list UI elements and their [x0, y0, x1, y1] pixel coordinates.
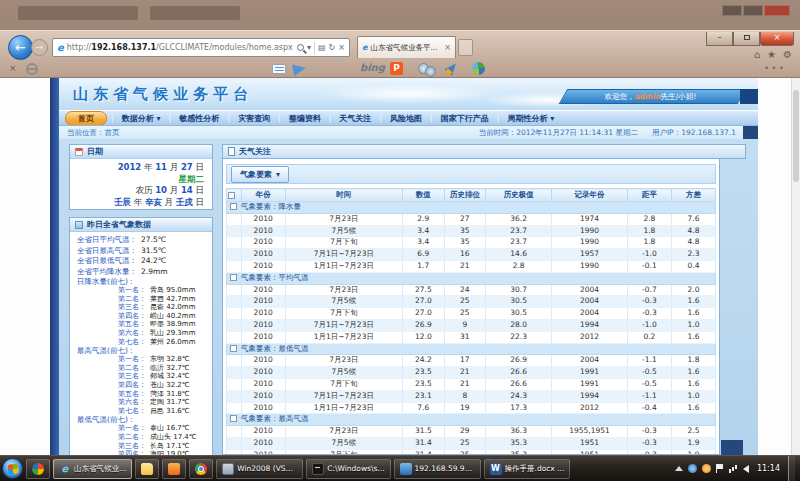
nav-item-7[interactable]: 国家下行产品 [433, 113, 497, 124]
browser-tab[interactable]: e 山东省气候业务平... × [357, 36, 456, 58]
rank-value: 昌邑 31.6℃ [150, 407, 190, 415]
taskbar-item-5[interactable]: Win2008 (VS2... [216, 459, 303, 479]
taskbar-clock[interactable]: 11:14 [754, 464, 783, 473]
table-cell: 2010 [241, 378, 285, 390]
group-checkbox[interactable] [230, 345, 237, 352]
forward-button[interactable]: → [31, 39, 48, 56]
nav-item-6[interactable]: 风险地图 [382, 113, 430, 124]
taskbar-item-7[interactable]: 192.168.59.99... [394, 459, 481, 479]
table-cell: 2010 [241, 426, 285, 438]
table-row: 20107月1日~7月23日26.9928.01994-1.01.0 [227, 319, 716, 331]
maximize-button[interactable] [733, 32, 760, 46]
session-info: 当前时间：2012年11月27日 11:14:31 星期二 用户IP：192.1… [479, 128, 736, 138]
stats-panel-header: 昨日全省气象数据 [70, 218, 212, 232]
taskbar-item-6[interactable]: C:\Windows\s... [306, 459, 390, 479]
rank-value: 乳山 29.3mm [150, 329, 195, 337]
rank-value: 泰山 16.7℃ [150, 424, 190, 432]
select-all-header [227, 189, 242, 202]
close-button[interactable]: × [760, 32, 794, 46]
corner-decoration [743, 126, 758, 139]
start-button[interactable] [2, 458, 23, 479]
action-center-flag-icon[interactable] [716, 464, 724, 473]
idcard-icon[interactable] [272, 64, 286, 74]
volume-icon[interactable] [743, 465, 749, 473]
send-mail-icon[interactable] [292, 62, 307, 76]
show-desktop-button[interactable] [788, 456, 795, 482]
table-row: 20107月下旬3.43523.719901.84.8 [227, 237, 716, 249]
rank-row: 第二名：莱西 42.7mm [72, 295, 210, 304]
nav-item-4[interactable]: 整编资料 [281, 113, 329, 124]
p-badge-icon[interactable]: P [390, 62, 403, 75]
column-header: 历史极值 [486, 189, 552, 202]
table-row: 20107月下旬27.02530.52004-0.31.6 [227, 308, 716, 320]
row-gutter [227, 225, 242, 237]
rocket-icon[interactable] [444, 60, 459, 76]
bing-logo[interactable]: bing [360, 62, 385, 73]
nav-item-3[interactable]: 灾害查询 [230, 113, 278, 124]
nav-item-8[interactable]: 周期性分析 ▾ [499, 113, 562, 124]
taskbar-item-4[interactable] [189, 459, 213, 479]
breadcrumb[interactable]: 当前位置：首页 [67, 128, 120, 138]
taskbar-item-3[interactable] [162, 459, 186, 479]
browser-toolbar-row: × bing P ••• [0, 59, 800, 79]
table-row: 20107月23日31.52936.31955,1951-0.32.5 [227, 426, 716, 438]
row-gutter [227, 249, 242, 261]
coins-icon[interactable] [418, 63, 429, 74]
pinwheel-icon[interactable] [472, 62, 485, 75]
select-all-checkbox[interactable] [228, 192, 235, 199]
table-cell: 2004 [552, 355, 628, 367]
table-group-row: 气象要素：最低气温 [227, 343, 716, 355]
rank-label: 第六名： [118, 329, 146, 337]
column-header: 历史排位 [444, 189, 486, 202]
network-icon[interactable] [729, 464, 738, 473]
toolbar-close-icon[interactable]: × [9, 63, 17, 73]
table-header-row: 年份时间数值历史排位历史极值记录年份距平方差 [227, 189, 716, 202]
taskbar-item-8[interactable]: W操作手册.docx ... [484, 459, 571, 479]
new-tab-button[interactable] [458, 39, 473, 56]
nav-item-5[interactable]: 天气关注 [331, 113, 379, 124]
scrollbar-thumb[interactable] [793, 90, 799, 182]
address-bar[interactable]: e http://192.168.137.1/GLCCLIMATE/module… [52, 38, 350, 57]
compatibility-icon[interactable]: ▤ [318, 43, 326, 52]
taskbar-item-2[interactable] [135, 459, 159, 479]
row-gutter [227, 319, 242, 331]
back-button[interactable]: ← [8, 35, 33, 60]
rank-row: 第一名：东明 32.8℃ [72, 355, 210, 364]
group-checkbox[interactable] [230, 415, 237, 422]
taskbar-item-1[interactable]: e山东省气候业... [53, 459, 132, 479]
username: admin [635, 92, 661, 101]
stats-panel-body: 全省日平均气温：27.5℃全省日最高气温：31.5℃全省日最低气温：24.2℃全… [70, 232, 212, 455]
table-cell: 26.6 [486, 367, 552, 379]
tray-app-icon[interactable] [688, 464, 697, 473]
table-cell: 2010 [241, 237, 285, 249]
table-cell: -0.3 [627, 308, 671, 320]
refresh-icon[interactable]: ↻ [329, 43, 336, 52]
table-cell: 1.6 [671, 308, 715, 320]
taskbar-item-0[interactable] [26, 459, 50, 479]
tab-close-icon[interactable]: × [444, 43, 451, 52]
url-text[interactable]: http://192.168.137.1/GLCCLIMATE/modules/… [67, 43, 294, 52]
rank-row: 第三名：长岛 17.1℃ [72, 442, 210, 451]
group-checkbox[interactable] [230, 274, 237, 281]
date-line-0: 2012 年 11 月 27 日 [70, 162, 204, 174]
search-icon[interactable] [297, 44, 304, 51]
tray-app-icon[interactable] [702, 464, 711, 473]
nav-item-0[interactable]: 首页 [65, 111, 107, 126]
element-filter-button[interactable]: 气象要素 ▾ [231, 166, 289, 183]
date-panel-body: 2012 年 11 月 27 日星期二农历 10 月 14 日壬辰 年 辛亥 月… [70, 159, 212, 208]
toolbar-overflow-icon[interactable]: ••• [764, 63, 786, 73]
nav-item-1[interactable]: 数据分析 ▾ [114, 113, 169, 124]
vertical-scrollbar[interactable] [791, 78, 800, 455]
nav-item-2[interactable]: 敏感性分析 [171, 113, 227, 124]
stop-icon[interactable]: × [338, 43, 345, 52]
maximize-icon [743, 5, 763, 16]
minimize-button[interactable]: – [706, 32, 733, 46]
table-cell: 25 [444, 437, 486, 449]
chart-icon [75, 221, 83, 229]
stat-label: 全省日最低气温： [77, 256, 137, 265]
hidden-icons-arrow[interactable] [675, 466, 683, 471]
group-checkbox[interactable] [230, 203, 237, 210]
table-cell: 1990 [552, 260, 628, 272]
stat-value: 31.5℃ [141, 246, 166, 255]
search-dropdown-icon[interactable]: ▾ [307, 43, 311, 52]
